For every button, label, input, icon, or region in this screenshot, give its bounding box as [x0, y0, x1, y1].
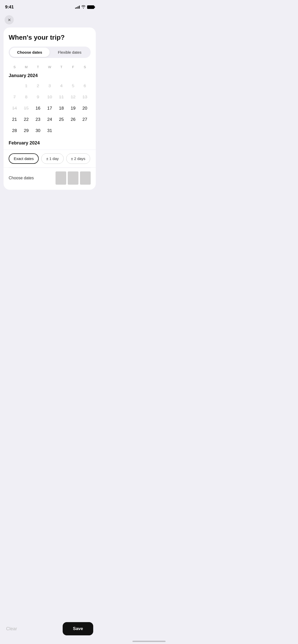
cal-day-21[interactable]: 21	[9, 114, 20, 125]
cal-day: 12	[67, 92, 79, 103]
cal-day-27[interactable]: 27	[79, 114, 91, 125]
choose-dates-tab[interactable]: Choose dates	[10, 48, 50, 57]
cal-day-25[interactable]: 25	[56, 114, 67, 125]
book-icon-3	[80, 171, 91, 185]
cal-day: 14	[9, 103, 20, 114]
cal-day: 9	[32, 92, 44, 103]
next-month-peek: February 2024	[9, 140, 91, 149]
cal-day: 15	[20, 103, 32, 114]
cal-day-22[interactable]: 22	[20, 114, 32, 125]
cal-day: 5	[67, 80, 79, 92]
status-bar: 9:41	[0, 0, 99, 13]
date-type-toggle: Choose dates Flexible dates	[9, 47, 91, 58]
cal-day-24[interactable]: 24	[44, 114, 56, 125]
book-icon-2	[68, 171, 78, 185]
book-icons	[56, 171, 91, 185]
cal-day-31[interactable]: 31	[44, 125, 56, 136]
book-icon-1	[56, 171, 66, 185]
weekday-header: S M T W T F S	[9, 64, 91, 70]
flexible-dates-tab[interactable]: Flexible dates	[50, 48, 90, 57]
cal-day: 10	[44, 92, 56, 103]
cal-day: 13	[79, 92, 91, 103]
status-icons	[75, 5, 94, 9]
cal-day-23[interactable]: 23	[32, 114, 44, 125]
card-bottom: Choose dates	[9, 168, 91, 190]
weekday-f: F	[67, 64, 79, 70]
plus1-day-chip[interactable]: ± 1 day	[41, 153, 63, 164]
cal-day: 3	[44, 80, 56, 92]
cal-empty	[9, 80, 20, 92]
card-bottom-label: Choose dates	[9, 176, 34, 180]
cal-day-19[interactable]: 19	[67, 103, 79, 114]
close-button[interactable]: ✕	[5, 15, 14, 24]
cal-day: 1	[20, 80, 32, 92]
cal-day: 8	[20, 92, 32, 103]
status-time: 9:41	[5, 5, 14, 10]
battery-icon	[87, 5, 94, 9]
calendar-grid-jan: 1 2 3 4 5 6 7 8 9 10 11 12 13 14 15 16 1…	[9, 80, 91, 136]
close-button-area: ✕	[0, 13, 99, 27]
weekday-s2: S	[79, 64, 91, 70]
cal-day: 2	[32, 80, 44, 92]
cal-day: 11	[56, 92, 67, 103]
close-icon: ✕	[8, 18, 11, 22]
exact-dates-chip[interactable]: Exact dates	[9, 153, 39, 164]
cal-day-17[interactable]: 17	[44, 103, 56, 114]
main-card: When's your trip? Choose dates Flexible …	[4, 27, 96, 190]
cal-day-18[interactable]: 18	[56, 103, 67, 114]
month-label-jan: January 2024	[9, 73, 91, 78]
cal-day-29[interactable]: 29	[20, 125, 32, 136]
cal-day-26[interactable]: 26	[67, 114, 79, 125]
cal-day: 4	[56, 80, 67, 92]
cal-empty	[67, 125, 79, 136]
plus2-days-chip[interactable]: ± 2 days	[66, 153, 90, 164]
card-title: When's your trip?	[9, 34, 91, 41]
weekday-w: W	[44, 64, 56, 70]
cal-empty	[79, 125, 91, 136]
cal-day-28[interactable]: 28	[9, 125, 20, 136]
weekday-m: M	[20, 64, 32, 70]
cal-day-20[interactable]: 20	[79, 103, 91, 114]
signal-icon	[75, 6, 80, 9]
cal-day: 7	[9, 92, 20, 103]
flex-chips-row: Exact dates ± 1 day ± 2 days ›	[9, 150, 91, 167]
cal-day-16[interactable]: 16	[32, 103, 44, 114]
cal-empty	[56, 125, 67, 136]
weekday-s1: S	[9, 64, 20, 70]
weekday-t2: T	[56, 64, 67, 70]
wifi-icon	[81, 5, 86, 9]
cal-day: 6	[79, 80, 91, 92]
cal-day-30[interactable]: 30	[32, 125, 44, 136]
weekday-t1: T	[32, 64, 44, 70]
